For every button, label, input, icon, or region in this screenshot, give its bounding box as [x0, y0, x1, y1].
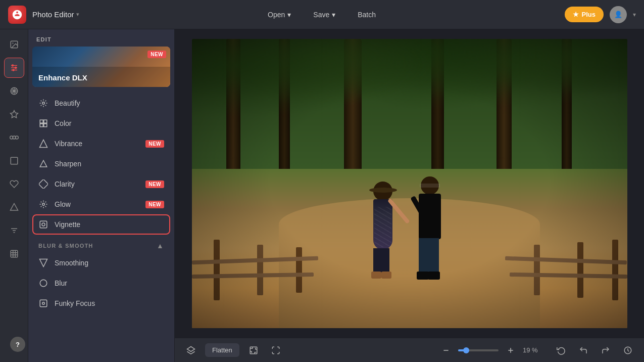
topbar-center: Open ▾ Save ▾ Batch — [85, 7, 559, 22]
clarity-badge: NEW — [145, 180, 164, 188]
svg-point-7 — [13, 69, 14, 71]
glow-icon — [38, 199, 48, 209]
redo-button[interactable] — [598, 342, 614, 358]
zoom-slider-thumb[interactable] — [463, 347, 469, 353]
blur-label: Blur — [55, 279, 164, 287]
svg-point-30 — [42, 302, 45, 305]
enhance-banner-label: Enhance DLX — [38, 73, 87, 82]
tool-item-sharpen[interactable]: Sharpen — [32, 154, 170, 174]
reset-button[interactable] — [553, 342, 569, 358]
batch-button[interactable]: Batch — [349, 7, 385, 22]
tool-item-glow[interactable]: Glow NEW — [32, 194, 170, 214]
vibrance-icon — [38, 139, 48, 149]
fullscreen-button[interactable] — [268, 342, 284, 358]
tool-item-color[interactable]: Color — [32, 113, 170, 133]
zoom-percent: 19 % — [523, 346, 543, 354]
svg-marker-22 — [40, 160, 47, 167]
blur-smooth-collapse[interactable]: ▲ — [157, 242, 164, 250]
sidebar-item-layers[interactable] — [4, 127, 24, 148]
svg-rect-32 — [250, 347, 257, 354]
tool-item-smoothing[interactable]: Smoothing — [32, 253, 170, 273]
title-chevron: ▾ — [76, 11, 79, 18]
tool-item-beautify[interactable]: Beautify — [32, 93, 170, 113]
flatten-button[interactable]: Flatten — [205, 343, 239, 357]
vignette-label: Vignette — [55, 220, 164, 229]
history-button[interactable] — [620, 342, 636, 358]
svg-marker-21 — [40, 140, 47, 148]
beautify-label: Beautify — [55, 99, 164, 107]
color-label: Color — [55, 119, 164, 127]
zoom-controls: 19 % — [438, 342, 543, 358]
tool-panel-header: EDIT — [28, 29, 174, 47]
star-icon: ★ — [573, 11, 579, 18]
sharpen-icon — [38, 159, 48, 169]
sidebar-item-retouch[interactable] — [4, 174, 24, 194]
tool-panel: EDIT Enhance DLX NEW Beautify Color — [28, 29, 175, 362]
sidebar-item-texture[interactable] — [4, 244, 24, 264]
svg-rect-20 — [44, 124, 47, 127]
funky-focus-label: Funky Focus — [55, 299, 164, 307]
app-title[interactable]: Photo Editor ▾ — [32, 10, 79, 19]
sidebar-item-text[interactable] — [4, 220, 24, 241]
glow-badge: NEW — [145, 201, 164, 208]
smoothing-label: Smoothing — [55, 259, 164, 267]
layers-button[interactable] — [183, 342, 199, 358]
enhance-new-badge: NEW — [147, 51, 166, 58]
blur-smooth-label: BLUR & SMOOTH — [38, 243, 93, 249]
zoom-slider[interactable] — [458, 349, 499, 351]
plus-button[interactable]: ★ Plus — [565, 7, 604, 22]
beautify-icon — [38, 98, 48, 108]
sidebar-item-graphics[interactable] — [4, 197, 24, 217]
svg-point-24 — [42, 203, 45, 206]
sidebar-item-edit[interactable] — [4, 58, 24, 78]
svg-point-6 — [15, 67, 16, 69]
photo-canvas — [192, 39, 627, 328]
vibrance-badge: NEW — [145, 140, 164, 148]
fit-screen-button[interactable] — [245, 342, 262, 358]
open-button[interactable]: Open ▾ — [259, 7, 300, 22]
sidebar-item-effects[interactable] — [4, 81, 24, 101]
svg-point-28 — [40, 280, 47, 287]
tool-item-funky-focus[interactable]: Funky Focus — [32, 293, 170, 313]
blur-smooth-section-header: BLUR & SMOOTH ▲ — [32, 235, 170, 253]
color-icon — [38, 118, 48, 128]
avatar-chevron[interactable]: ▾ — [633, 11, 636, 18]
undo-button[interactable] — [575, 342, 591, 358]
svg-marker-27 — [40, 259, 47, 267]
sidebar-item-favorites[interactable] — [4, 104, 24, 124]
svg-marker-14 — [10, 204, 18, 211]
zoom-slider-container[interactable] — [458, 349, 499, 351]
svg-rect-13 — [11, 157, 18, 164]
avatar[interactable]: 👤 — [610, 6, 627, 23]
vibrance-label: Vibrance — [55, 140, 139, 148]
svg-point-5 — [12, 65, 13, 66]
svg-rect-19 — [40, 124, 43, 127]
funky-focus-icon — [38, 298, 48, 308]
tool-item-vignette[interactable]: Vignette — [32, 214, 170, 235]
vignette-icon — [38, 219, 48, 230]
save-button[interactable]: Save ▾ — [304, 7, 344, 22]
zoom-out-button[interactable] — [438, 342, 454, 358]
svg-rect-17 — [40, 120, 43, 123]
zoom-in-button[interactable] — [503, 342, 519, 358]
sharpen-label: Sharpen — [55, 160, 164, 168]
sidebar-item-image[interactable] — [4, 34, 24, 55]
bottombar: Flatten 19 % — [175, 338, 644, 362]
icon-sidebar — [0, 29, 28, 362]
enhance-banner[interactable]: Enhance DLX NEW — [32, 47, 170, 87]
svg-rect-29 — [40, 300, 47, 307]
glow-label: Glow — [55, 200, 139, 208]
smoothing-icon — [38, 258, 48, 268]
sidebar-item-crop[interactable] — [4, 151, 24, 171]
tool-item-vibrance[interactable]: Vibrance NEW — [32, 133, 170, 154]
canvas-content[interactable] — [175, 29, 644, 338]
svg-point-16 — [42, 102, 45, 105]
main-area: EDIT Enhance DLX NEW Beautify Color — [0, 29, 644, 362]
svg-rect-18 — [44, 120, 47, 123]
app-logo[interactable] — [8, 6, 26, 24]
tool-panel-scroll: Enhance DLX NEW Beautify Color — [28, 47, 174, 362]
tool-item-blur[interactable]: Blur — [32, 273, 170, 293]
svg-marker-9 — [10, 111, 18, 118]
tool-item-clarity[interactable]: Clarity NEW — [32, 174, 170, 194]
help-button[interactable]: ? — [10, 337, 25, 352]
